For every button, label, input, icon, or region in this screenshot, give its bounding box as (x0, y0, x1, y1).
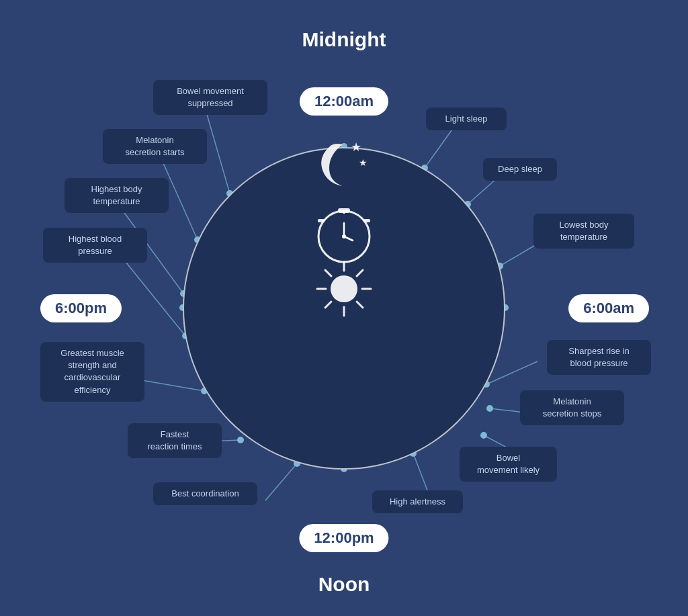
svg-line-0 (205, 107, 230, 193)
highest-body-temp-box: Highest bodytemperature (64, 178, 169, 213)
high-alertness-box: High alertness (372, 490, 463, 513)
svg-line-13 (265, 464, 297, 500)
midnight-time-label: 12:00am (300, 87, 388, 116)
diagram-container: ★ ★ (0, 0, 688, 616)
best-coordination-box: Best coordination (153, 482, 257, 505)
svg-line-49 (357, 270, 363, 276)
svg-line-48 (357, 302, 363, 308)
highest-blood-pressure-box: Highest bloodpressure (43, 228, 147, 263)
svg-line-23 (500, 244, 538, 266)
svg-point-12 (237, 437, 244, 443)
greatest-muscle-box: Greatest musclestrength andcardiovascula… (40, 342, 144, 402)
light-sleep-box: Light sleep (426, 107, 507, 130)
deep-sleep-box: Deep sleep (483, 158, 557, 181)
svg-text:★: ★ (351, 140, 361, 154)
fastest-reaction-box: Fastestreaction times (128, 423, 222, 458)
bowel-movement-likely-box: Bowelmovement likely (460, 447, 557, 482)
svg-point-41 (342, 234, 346, 238)
melatonin-starts-box: Melatoninsecretion starts (103, 129, 207, 164)
svg-point-29 (486, 405, 493, 412)
svg-line-50 (325, 302, 331, 308)
svg-rect-37 (318, 219, 325, 222)
bowel-movement-suppressed-box: Bowel movementsuppressed (153, 80, 267, 115)
noon-time-label: 12:00pm (299, 524, 388, 552)
svg-line-6 (118, 252, 185, 336)
midnight-header: Midnight (302, 28, 386, 51)
svg-point-31 (480, 432, 487, 439)
noon-header: Noon (318, 573, 370, 596)
lowest-body-temp-box: Lowest bodytemperature (533, 214, 634, 249)
svg-point-42 (331, 275, 357, 302)
svg-text:★: ★ (359, 157, 368, 168)
svg-line-47 (325, 270, 331, 276)
sharpest-rise-bp-box: Sharpest rise inblood pressure (547, 340, 651, 375)
svg-rect-38 (363, 219, 370, 222)
moon-icon: ★ ★ (310, 131, 378, 194)
svg-line-9 (138, 380, 204, 391)
6am-time-label: 6:00am (568, 294, 649, 322)
sun-icon (310, 259, 378, 322)
melatonin-stops-box: Melatoninsecretion stops (520, 390, 624, 425)
6pm-time-label: 6:00pm (40, 294, 122, 322)
